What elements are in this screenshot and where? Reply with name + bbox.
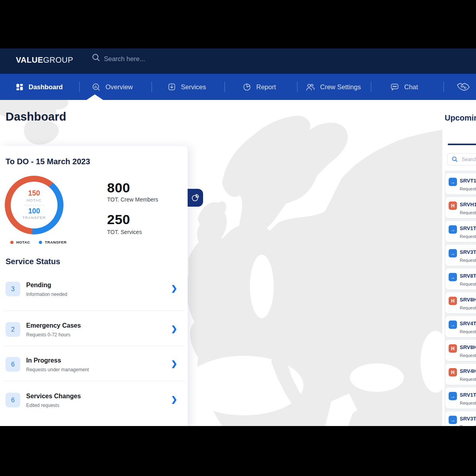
- count-badge: 6: [6, 393, 20, 407]
- nav-label: Chat: [404, 83, 418, 91]
- stat-services-value: 250: [107, 212, 130, 227]
- upcoming-item[interactable]: H SRV4H Requested: [445, 364, 476, 385]
- divider: [3, 311, 184, 311]
- upcoming-item[interactable]: → SRV1T1 Requested: [445, 388, 476, 409]
- transfer-arrow-icon: →: [449, 392, 457, 400]
- chevron-right-icon[interactable]: ❯: [171, 324, 177, 333]
- nav-label: Report: [256, 83, 276, 91]
- header-search-input[interactable]: [103, 52, 232, 66]
- nav-divider: [297, 82, 298, 92]
- hotac-label: HOTAC: [27, 198, 42, 203]
- nav-item-chat[interactable]: Chat: [390, 74, 418, 100]
- transfer-arrow-icon: →: [449, 178, 457, 186]
- page-title: Dashboard: [6, 110, 66, 123]
- hotac-dot-icon: [10, 241, 13, 244]
- upcoming-item[interactable]: → SRV3T Requested: [445, 245, 476, 266]
- nav-item-partners[interactable]: [456, 74, 476, 100]
- transfer-count: 100: [28, 207, 40, 215]
- count-badge: 6: [6, 357, 20, 372]
- hotac-h-icon: H: [449, 297, 457, 305]
- nav-divider: [443, 82, 444, 92]
- divider: [24, 205, 44, 205]
- chart-legend: HOTAC TRANSFER: [10, 240, 67, 244]
- brand-logo-bold: VALUE: [16, 56, 43, 64]
- hotac-count: 150: [28, 190, 40, 198]
- stat-crew-label: TOT. Crew Members: [107, 196, 158, 203]
- upcoming-title: Upcoming: [445, 113, 476, 123]
- pie-chart-icon: [191, 193, 200, 202]
- upcoming-item[interactable]: → SRV1T1 Requested: [445, 221, 476, 242]
- nav-label: Crew Settings: [320, 83, 361, 91]
- upcoming-title-underline: [448, 144, 476, 145]
- nav-item-crew-settings[interactable]: Crew Settings: [305, 74, 361, 100]
- chevron-right-icon[interactable]: ❯: [171, 284, 177, 293]
- brand-logo: VALUEGROUP: [16, 56, 73, 65]
- donut-center: 150 HOTAC 100 TRANSFER: [11, 182, 58, 228]
- nav-divider: [371, 82, 371, 92]
- brand-logo-light: GROUP: [43, 56, 73, 64]
- service-row-emergency[interactable]: 2 Emergency Cases Requests 0-72 hours ❯: [0, 322, 188, 346]
- stat-crew-value: 800: [107, 180, 130, 196]
- letterbox-bottom: [0, 426, 476, 476]
- upcoming-search-box: [447, 153, 476, 165]
- divider: [3, 381, 184, 381]
- divider: [3, 346, 184, 346]
- chat-bubble-icon: [390, 83, 399, 91]
- chart-magnifier-icon: [92, 83, 100, 91]
- nav-divider: [152, 82, 152, 92]
- count-badge: 3: [6, 282, 20, 296]
- upcoming-item[interactable]: H SRV8H Requested: [445, 340, 476, 361]
- transfer-arrow-icon: →: [449, 249, 457, 257]
- search-icon: [452, 156, 458, 162]
- letterbox-top: [0, 0, 476, 48]
- service-row-in-progress[interactable]: 6 In Progress Requests under management …: [0, 357, 188, 381]
- service-status-title: Service Status: [6, 257, 60, 266]
- app-header: VALUEGROUP: [0, 48, 476, 74]
- nav-label: Dashboard: [29, 83, 63, 91]
- search-icon: [92, 53, 100, 62]
- main-nav: Dashboard Overview Services: [0, 74, 476, 100]
- nav-label: Overview: [106, 83, 133, 91]
- upcoming-item[interactable]: H SRV8H Requested: [445, 292, 476, 313]
- legend-item-hotac: HOTAC: [10, 240, 30, 244]
- nav-item-services[interactable]: Services: [168, 74, 206, 100]
- todo-card-title: To DO - 15 March 2023: [6, 157, 90, 166]
- nav-label: Services: [181, 83, 206, 91]
- stat-services-label: TOT. Services: [107, 229, 142, 235]
- nav-divider: [79, 82, 80, 92]
- upcoming-item[interactable]: → SRV4T Requested: [445, 316, 476, 337]
- hotac-h-icon: H: [449, 202, 457, 210]
- nav-active-pointer: [86, 94, 103, 100]
- upcoming-search-input[interactable]: [461, 156, 476, 163]
- hotac-h-icon: H: [449, 368, 457, 376]
- transfer-arrow-icon: →: [449, 273, 457, 281]
- nav-item-dashboard[interactable]: Dashboard: [16, 74, 63, 100]
- dashboard-grid-icon: [16, 83, 23, 91]
- count-badge: 2: [6, 322, 20, 337]
- transfer-arrow-icon: →: [449, 321, 457, 329]
- hotac-h-icon: H: [449, 344, 457, 353]
- legend-item-transfer: TRANSFER: [39, 240, 67, 244]
- transfer-arrow-icon: →: [449, 225, 457, 234]
- upcoming-item[interactable]: → SRV8T Requested: [445, 269, 476, 290]
- upcoming-item[interactable]: → SRVT1 Requested: [445, 173, 476, 194]
- service-row-changes[interactable]: 6 Services Changes Edited requests ❯: [0, 393, 188, 416]
- upcoming-item[interactable]: H SRVH1 Requested: [445, 197, 476, 218]
- transfer-arrow-icon: →: [449, 416, 457, 424]
- toggle-panel-button[interactable]: [188, 189, 203, 207]
- chevron-right-icon[interactable]: ❯: [171, 359, 177, 368]
- people-icon: [305, 83, 315, 91]
- download-box-icon: [168, 83, 176, 91]
- nav-item-report[interactable]: Report: [243, 74, 276, 100]
- transfer-dot-icon: [39, 241, 42, 244]
- transfer-label: TRANSFER: [22, 215, 46, 220]
- service-row-pending[interactable]: 3 Pending Information needed ❯: [0, 282, 188, 305]
- nav-divider: [225, 82, 225, 92]
- chevron-right-icon[interactable]: ❯: [171, 395, 177, 404]
- pie-chart-icon: [243, 83, 251, 91]
- todo-card: To DO - 15 March 2023 150 HOTAC 100 TRAN…: [0, 146, 188, 428]
- handshake-icon: [456, 82, 471, 92]
